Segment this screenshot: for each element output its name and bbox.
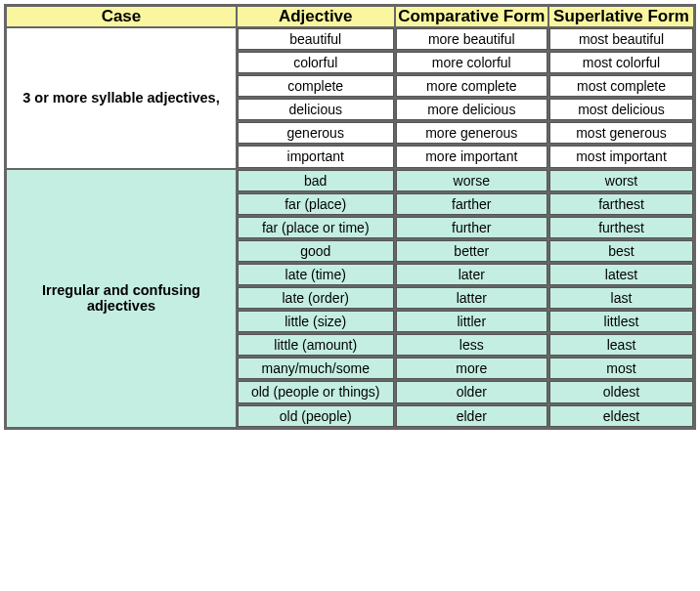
superlative-value: best [549,240,693,262]
comparative-value: more complete [396,75,547,97]
superlative-value: most generous [549,122,693,144]
adjective-cell: late (time) [237,263,395,286]
superlative-cell: littlest [548,310,694,333]
superlative-cell: eldest [548,404,694,429]
adjective-value: beautiful [238,28,394,50]
adjective-value: late (time) [238,264,394,285]
adjective-cell: far (place) [237,192,395,216]
superlative-value: most complete [549,75,693,97]
comparative-cell: better [395,239,548,263]
adjective-value: colorful [238,52,394,73]
comparative-value: more colorful [396,52,547,73]
superlative-cell: oldest [548,380,694,403]
adjective-cell: little (amount) [237,333,395,357]
adjective-value: far (place) [238,193,394,215]
superlative-value: eldest [549,405,693,427]
header-adjective: Adjective [237,6,395,28]
superlative-value: most [549,358,693,379]
comparative-cell: further [395,216,548,239]
adjective-cell: good [237,239,395,263]
superlative-value: least [549,334,693,356]
adjective-value: old (people or things) [238,381,394,402]
superlative-value: most delicious [549,99,693,120]
comparative-cell: more important [395,145,548,168]
adjective-comparison-table: Case Adjective Comparative Form Superlat… [4,4,696,430]
superlative-cell: worst [548,169,694,192]
adjective-cell: old (people or things) [237,380,395,403]
comparative-cell: later [395,263,548,286]
case-label: 3 or more syllable adjectives, [6,27,237,169]
superlative-cell: furthest [548,216,694,239]
superlative-value: oldest [549,381,693,402]
superlative-cell: most important [548,145,694,168]
comparative-value: less [396,334,547,356]
adjective-cell: bad [237,169,395,192]
table-row: Irregular and confusing adjectivesbadwor… [6,169,695,192]
superlative-cell: best [548,239,694,263]
comparative-cell: more delicious [395,98,548,121]
superlative-cell: farthest [548,192,694,216]
superlative-cell: most complete [548,74,694,98]
comparative-cell: less [395,333,548,357]
superlative-value: farthest [549,193,693,215]
adjective-cell: colorful [237,51,395,74]
comparative-value: more [396,358,547,379]
superlative-value: latest [549,264,693,285]
comparative-cell: older [395,380,548,403]
comparative-value: littler [396,311,547,332]
adjective-cell: beautiful [237,27,395,51]
comparative-value: worse [396,170,547,191]
superlative-cell: last [548,286,694,310]
comparative-cell: latter [395,286,548,310]
adjective-value: late (order) [238,287,394,309]
adjective-value: bad [238,170,394,191]
adjective-value: little (size) [238,311,394,332]
comparative-value: later [396,264,547,285]
adjective-value: many/much/some [238,358,394,379]
adjective-cell: complete [237,74,395,98]
adjective-value: little (amount) [238,334,394,356]
comparative-value: elder [396,405,547,427]
adjective-cell: generous [237,121,395,145]
superlative-value: last [549,287,693,309]
superlative-cell: least [548,333,694,357]
superlative-cell: most generous [548,121,694,145]
comparative-value: better [396,240,547,262]
comparative-cell: more [395,357,548,380]
comparative-value: more generous [396,122,547,144]
adjective-value: delicious [238,99,394,120]
comparative-value: latter [396,287,547,309]
adjective-cell: little (size) [237,310,395,333]
comparative-value: more beautiful [396,28,547,50]
superlative-value: worst [549,170,693,191]
superlative-cell: latest [548,263,694,286]
header-row: Case Adjective Comparative Form Superlat… [6,6,695,28]
superlative-value: littlest [549,311,693,332]
case-label: Irregular and confusing adjectives [6,169,237,429]
table-row: 3 or more syllable adjectives,beautifulm… [6,27,695,51]
comparative-value: more important [396,146,547,167]
comparative-value: more delicious [396,99,547,120]
superlative-value: most colorful [549,52,693,73]
adjective-value: good [238,240,394,262]
comparative-value: farther [396,193,547,215]
comparative-value: further [396,217,547,238]
adjective-cell: many/much/some [237,357,395,380]
adjective-cell: far (place or time) [237,216,395,239]
comparative-cell: more beautiful [395,27,548,51]
superlative-value: most important [549,146,693,167]
comparative-cell: more complete [395,74,548,98]
adjective-value: old (people) [238,405,394,427]
superlative-cell: most [548,357,694,380]
header-superlative: Superlative Form [548,6,694,28]
adjective-value: far (place or time) [238,217,394,238]
superlative-value: most beautiful [549,28,693,50]
superlative-cell: most beautiful [548,27,694,51]
adjective-value: generous [238,122,394,144]
superlative-cell: most colorful [548,51,694,74]
superlative-cell: most delicious [548,98,694,121]
comparative-cell: more colorful [395,51,548,74]
superlative-value: furthest [549,217,693,238]
comparative-cell: littler [395,310,548,333]
adjective-cell: important [237,145,395,168]
